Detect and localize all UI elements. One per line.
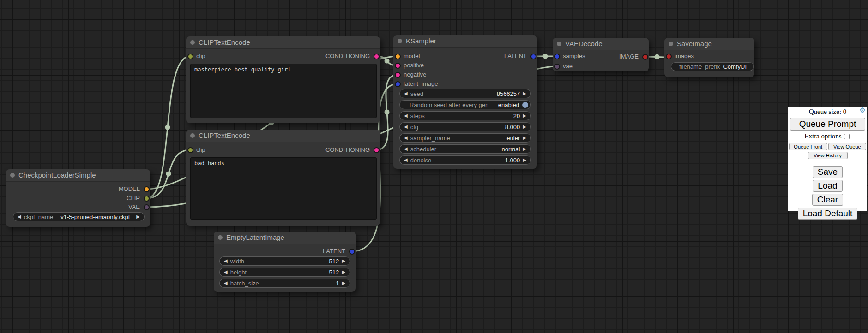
- widget-denoise[interactable]: ◀ denoise 1.000 ▶: [399, 155, 531, 165]
- widget-steps[interactable]: ◀ steps 20 ▶: [399, 111, 531, 120]
- load-button[interactable]: Load: [813, 180, 842, 192]
- node-title-bar[interactable]: EmptyLatentImage: [214, 232, 356, 244]
- arrow-right-icon[interactable]: ▶: [523, 111, 526, 120]
- arrow-left-icon[interactable]: ◀: [18, 212, 21, 221]
- node-checkpoint-loader[interactable]: CheckpointLoaderSimple MODEL CLIP VAE ◀ …: [6, 169, 150, 227]
- node-title-bar[interactable]: CheckpointLoaderSimple: [6, 169, 150, 182]
- arrow-right-icon[interactable]: ▶: [523, 122, 526, 131]
- port-vae-output[interactable]: [144, 204, 150, 210]
- node-title: CLIPTextEncode: [199, 131, 250, 139]
- port-clip-output[interactable]: [144, 196, 150, 202]
- node-save-image[interactable]: SaveImage images filename_prefix ComfyUI: [664, 38, 754, 77]
- port-clip-input[interactable]: [187, 54, 193, 59]
- port-positive-input[interactable]: [395, 63, 401, 69]
- widget-ckpt-name[interactable]: ◀ ckpt_name v1-5-pruned-emaonly.ckpt ▶: [13, 212, 145, 221]
- arrow-right-icon[interactable]: ▶: [523, 144, 526, 154]
- port-samples-input[interactable]: [554, 54, 560, 59]
- extra-options-checkbox[interactable]: [844, 134, 850, 139]
- widget-label: width: [230, 258, 244, 265]
- negative-prompt-textarea[interactable]: bad hands: [190, 157, 377, 220]
- widget-value: 20: [513, 113, 520, 119]
- port-label-vae: vae: [563, 63, 573, 70]
- node-title-bar[interactable]: SaveImage: [664, 38, 754, 50]
- collapse-dot-icon[interactable]: [190, 133, 195, 138]
- port-latent-image-input[interactable]: [395, 81, 401, 87]
- widget-cfg[interactable]: ◀ cfg 8.000 ▶: [399, 122, 531, 131]
- port-latent-output[interactable]: [349, 249, 355, 255]
- arrow-right-icon[interactable]: ▶: [523, 89, 526, 98]
- arrow-right-icon[interactable]: ▶: [342, 268, 345, 277]
- gear-icon[interactable]: ⚙: [860, 107, 866, 114]
- widget-width[interactable]: ◀ width 512 ▶: [219, 256, 350, 266]
- view-queue-button[interactable]: View Queue: [828, 143, 867, 150]
- port-model-input[interactable]: [395, 54, 401, 59]
- arrow-right-icon[interactable]: ▶: [136, 212, 140, 221]
- arrow-left-icon[interactable]: ◀: [404, 111, 408, 120]
- link-dot: [165, 125, 170, 130]
- port-latent-output[interactable]: [530, 54, 536, 59]
- port-vae-input[interactable]: [554, 64, 560, 70]
- port-label-latent-image: latent_image: [404, 80, 438, 88]
- collapse-dot-icon[interactable]: [218, 235, 223, 240]
- widget-label: steps: [410, 113, 425, 119]
- queue-front-button[interactable]: Queue Front: [789, 143, 827, 150]
- port-clip-input[interactable]: [187, 147, 193, 153]
- arrow-left-icon[interactable]: ◀: [224, 279, 228, 288]
- node-title-bar[interactable]: CLIPTextEncode: [186, 36, 380, 49]
- widget-label: scheduler: [410, 146, 436, 153]
- widget-random-seed-toggle[interactable]: Random seed after every gen enabled: [399, 100, 531, 109]
- arrow-left-icon[interactable]: ◀: [224, 256, 228, 266]
- node-vae-decode[interactable]: VAEDecode samples vae IMAGE: [553, 38, 649, 71]
- widget-value: euler: [506, 135, 520, 142]
- port-conditioning-output[interactable]: [374, 54, 380, 59]
- collapse-dot-icon[interactable]: [669, 42, 673, 46]
- port-label-latent: LATENT: [323, 248, 345, 255]
- arrow-left-icon[interactable]: ◀: [404, 89, 408, 98]
- arrow-left-icon[interactable]: ◀: [404, 122, 408, 131]
- arrow-right-icon[interactable]: ▶: [523, 155, 526, 165]
- link-dot: [166, 172, 171, 177]
- clear-button[interactable]: Clear: [812, 194, 843, 206]
- port-label-image: IMAGE: [619, 53, 639, 60]
- widget-seed[interactable]: ◀ seed 8566257 ▶: [399, 89, 531, 98]
- node-title: VAEDecode: [565, 40, 603, 48]
- queue-prompt-button[interactable]: Queue Prompt: [790, 118, 865, 131]
- queue-panel: Queue size: 0 ⚙ Queue Prompt Extra optio…: [788, 107, 867, 211]
- toggle-enabled-icon[interactable]: [522, 102, 528, 108]
- port-image-output[interactable]: [642, 54, 648, 60]
- widget-batch-size[interactable]: ◀ batch_size 1 ▶: [219, 279, 350, 288]
- node-ksampler[interactable]: KSampler model positive negative latent_…: [393, 35, 537, 169]
- arrow-left-icon[interactable]: ◀: [224, 268, 228, 277]
- arrow-left-icon[interactable]: ◀: [404, 133, 408, 143]
- positive-prompt-textarea[interactable]: masterpiece best quality girl: [190, 64, 377, 118]
- arrow-right-icon[interactable]: ▶: [342, 256, 345, 266]
- view-history-button[interactable]: View History: [808, 152, 848, 159]
- widget-scheduler[interactable]: ◀ scheduler normal ▶: [399, 144, 531, 154]
- node-clip-text-encode-positive[interactable]: CLIPTextEncode clip CONDITIONING masterp…: [186, 36, 380, 123]
- node-title-bar[interactable]: CLIPTextEncode: [186, 130, 380, 142]
- collapse-dot-icon[interactable]: [10, 173, 15, 178]
- arrow-left-icon[interactable]: ◀: [404, 144, 408, 154]
- port-images-input[interactable]: [666, 54, 672, 59]
- node-empty-latent-image[interactable]: EmptyLatentImage LATENT ◀ width 512 ▶ ◀ …: [214, 232, 356, 292]
- widget-sampler-name[interactable]: ◀ sampler_name euler ▶: [399, 133, 531, 143]
- widget-value: 8.000: [505, 124, 520, 131]
- widget-height[interactable]: ◀ height 512 ▶: [219, 268, 350, 277]
- widget-filename-prefix[interactable]: filename_prefix ComfyUI: [671, 62, 754, 71]
- arrow-right-icon[interactable]: ▶: [523, 133, 526, 143]
- port-label-clip: clip: [196, 146, 205, 154]
- port-negative-input[interactable]: [395, 72, 401, 78]
- widget-label: cfg: [410, 124, 418, 131]
- load-default-button[interactable]: Load Default: [798, 208, 858, 220]
- collapse-dot-icon[interactable]: [398, 39, 402, 43]
- node-title-bar[interactable]: KSampler: [393, 35, 537, 48]
- port-model-output[interactable]: [144, 186, 150, 192]
- collapse-dot-icon[interactable]: [557, 42, 561, 46]
- save-button[interactable]: Save: [813, 166, 843, 178]
- arrow-right-icon[interactable]: ▶: [342, 279, 345, 288]
- arrow-left-icon[interactable]: ◀: [404, 155, 408, 165]
- collapse-dot-icon[interactable]: [190, 40, 195, 45]
- port-conditioning-output[interactable]: [374, 147, 380, 153]
- node-title-bar[interactable]: VAEDecode: [553, 38, 649, 50]
- node-clip-text-encode-negative[interactable]: CLIPTextEncode clip CONDITIONING bad han…: [186, 130, 380, 226]
